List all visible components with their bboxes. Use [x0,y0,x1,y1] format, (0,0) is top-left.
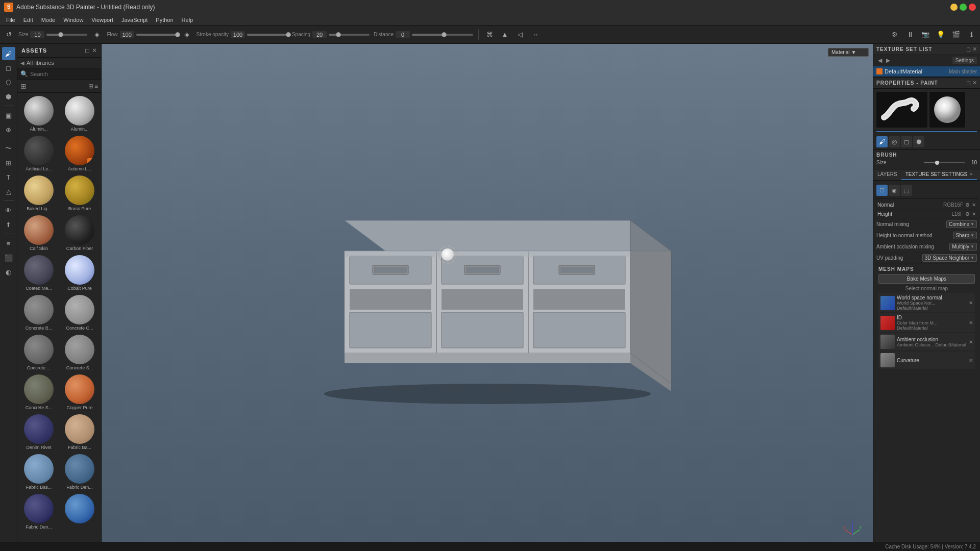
brush-smudge-mode-btn[interactable]: ◎ [889,136,900,147]
flow-icon[interactable]: ◈ [181,29,192,40]
list-view-icon[interactable]: ≡ [94,83,98,90]
pressure-icon[interactable]: ◈ [91,29,103,40]
menu-window[interactable]: Window [59,16,87,24]
symmetry-x-icon[interactable]: ▲ [499,29,510,40]
geometry-tool-btn[interactable]: △ [2,185,15,198]
channel-normal-close[interactable]: ✕ [972,202,976,208]
brush-paint-mode-btn[interactable]: 🖌 [876,136,888,147]
symmetry-y-icon[interactable]: ◁ [514,29,526,40]
asset-item-1[interactable]: Alumin... [60,95,99,133]
menu-help[interactable]: Help [178,16,198,24]
channel-normal-settings[interactable]: ⚙ [965,202,970,208]
asset-item-21[interactable] [60,493,99,531]
spacing-value[interactable]: 20 [312,31,327,38]
clone-tool-btn[interactable]: ⊞ [2,156,15,169]
transform-tool-btn[interactable]: ⊕ [2,123,15,136]
asset-item-18[interactable]: Fabric Bas... [19,453,58,491]
asset-item-4[interactable]: Baked Lig... [19,174,58,212]
bake-mesh-maps-btn[interactable]: Bake Mesh Maps [878,274,975,284]
minimize-btn[interactable] [950,4,958,11]
export-tool-btn[interactable]: ⬆ [2,218,15,231]
assets-nav-library[interactable]: All libraries [27,60,54,66]
asset-item-5[interactable]: Brass Pure [60,174,99,212]
assets-close-icon[interactable]: ✕ [92,47,97,54]
asset-item-0[interactable]: Alumin... [19,95,58,133]
distance-value[interactable]: 0 [396,31,410,38]
menu-edit[interactable]: Edit [19,16,37,24]
close-btn[interactable] [969,4,976,11]
maximize-btn[interactable] [960,4,967,11]
flow-slider[interactable] [136,34,177,36]
spacing-slider[interactable] [329,34,370,36]
asset-item-7[interactable]: Carbon Fiber [60,214,99,252]
ts-nav-next[interactable]: ▶ [885,57,892,64]
ts-icon-material[interactable]: ◉ [889,185,900,196]
distance-slider[interactable] [412,34,473,36]
symmetry-icon[interactable]: ↔ [530,29,541,40]
text-tool-btn[interactable]: T [2,170,15,184]
menu-python[interactable]: Python [152,16,177,24]
size-slider[interactable] [46,34,87,36]
projection-tool-btn[interactable]: ⬡ [2,76,15,89]
brush-erase-mode-btn[interactable]: ◻ [901,136,912,147]
texture-set-item[interactable]: DefaultMaterial Main shader [873,66,980,77]
fill-tool-btn[interactable]: ⬢ [2,90,15,103]
asset-item-10[interactable]: Concrete B... [19,294,58,332]
mask-tool-btn[interactable]: ⬛ [2,251,15,264]
height-normal-dropdown[interactable]: Sharp ▼ [953,232,977,239]
asset-item-12[interactable]: Concrete ... [19,334,58,371]
asset-item-20[interactable]: Fabric Den... [19,493,58,531]
ts-icon-color[interactable]: ☐ [876,185,888,196]
tab-texture-set-settings[interactable]: TEXTURE SET SETTINGS × [901,169,977,180]
channel-tool-btn[interactable]: ◐ [2,265,15,279]
ao-mixing-dropdown[interactable]: Multiply ▼ [949,243,977,251]
layers-tool-btn[interactable]: ≡ [2,237,15,250]
mesh-map-id-close[interactable]: ✕ [969,320,973,325]
paint-tool-btn[interactable]: 🖌 [2,47,15,60]
camera-icon[interactable]: 📷 [920,29,931,40]
assets-nav-back[interactable]: ◀ [20,60,24,66]
normal-mixing-dropdown[interactable]: Combine ▼ [946,220,977,228]
props-collapse-icon[interactable]: ◻ [966,80,971,86]
mesh-map-ao-close[interactable]: ✕ [969,339,973,345]
uv-padding-dropdown[interactable]: 3D Space Neighbor ▼ [922,254,977,262]
asset-item-8[interactable]: Coated Me... [19,254,58,292]
brush-fill-mode-btn[interactable]: ⬢ [913,136,924,147]
asset-item-19[interactable]: Fabric Den... [60,453,99,491]
stroke-opacity-value[interactable]: 100 [231,31,245,38]
assets-collapse-icon[interactable]: ◻ [85,47,90,54]
render-icon[interactable]: 🎬 [950,29,962,40]
asset-item-9[interactable]: Cobalt Pure [60,254,99,292]
asset-item-16[interactable]: Denim Rivet [19,413,58,451]
mirror-icon[interactable]: ⌘ [484,29,495,40]
material-dropdown[interactable]: Material ▼ [828,48,869,57]
flow-value[interactable]: 100 [120,31,134,38]
brush-size-slider[interactable] [924,162,965,163]
mesh-map-curvature-close[interactable]: ✕ [969,358,973,363]
props-close-icon[interactable]: ✕ [972,80,977,86]
size-value[interactable]: 10 [30,31,44,38]
settings-icon[interactable]: ⚙ [889,29,900,40]
ts-settings-btn[interactable]: Settings [952,57,977,64]
asset-item-3[interactable]: ● Autumn L... [60,135,99,172]
mesh-map-world-normal-close[interactable]: ✕ [969,300,973,306]
menu-javascript[interactable]: JavaScript [117,16,152,24]
channel-height-close[interactable]: ✕ [972,211,976,217]
tab-ts-settings-close[interactable]: × [970,171,973,177]
search-input[interactable] [30,71,98,77]
ts-nav-prev[interactable]: ◀ [876,57,884,64]
view-tool-btn[interactable]: 👁 [2,204,15,217]
menu-file[interactable]: File [2,16,19,24]
asset-item-11[interactable]: Concrete C... [60,294,99,332]
ts-collapse-icon[interactable]: ◻ [966,46,971,53]
ts-close-icon[interactable]: ✕ [972,46,977,53]
brush-rotate-icon[interactable]: ↺ [3,29,14,40]
ts-icon-uv[interactable]: ⬚ [901,185,912,196]
channel-height-settings[interactable]: ⚙ [965,211,970,217]
grid-view-icon[interactable]: ⊞ [88,83,93,90]
stroke-opacity-slider[interactable] [247,34,288,36]
menu-viewport[interactable]: Viewport [87,16,117,24]
asset-item-14[interactable]: Concrete S... [19,373,58,411]
pause-icon[interactable]: ⏸ [904,29,916,40]
menu-mode[interactable]: Mode [37,16,60,24]
